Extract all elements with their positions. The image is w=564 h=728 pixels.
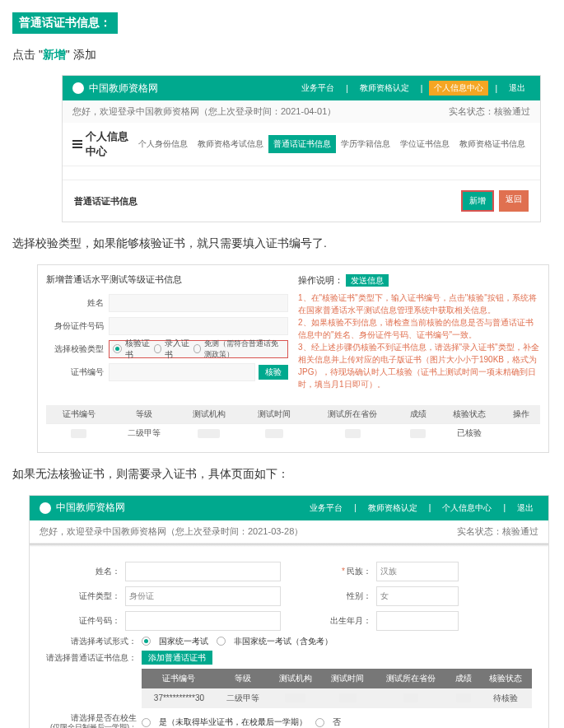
th-op: 操作	[502, 405, 540, 424]
nav-biz[interactable]: 业务平台	[296, 81, 339, 96]
label-cert-no: 证书编号	[46, 366, 109, 378]
label-name: 姓名：	[46, 566, 125, 577]
tabs: 个人身份信息 教师资格考试信息 普通话证书信息 学历学籍信息 学位证书信息 教师…	[133, 135, 530, 153]
td-level: 二级甲等	[217, 688, 269, 708]
label-in-school-sub: (仅限全日制最后一学期)：	[46, 723, 137, 728]
radio-enter-label: 录入证书	[165, 338, 190, 361]
form-title: 新增普通话水平测试等级证书信息	[46, 273, 288, 286]
radio-verify-label: 核验证书	[125, 338, 151, 361]
nav-personal[interactable]: 个人信息中心	[429, 81, 488, 96]
back-button[interactable]: 返回	[499, 190, 529, 212]
radio-no-label: 否	[333, 716, 341, 728]
text: 点击 "	[12, 48, 43, 61]
label-name: 姓名	[46, 297, 109, 309]
header-bar: 中国教师资格网 业务平台 | 教师资格认定 | 个人信息中心 | 退出	[63, 76, 540, 100]
cert-table-2: 证书编号 等级 测试机构 测试时间 测试所在省份 成绩 核验状态 37*****…	[142, 669, 532, 708]
td-status: 已核验	[437, 424, 502, 443]
label-cert-no: 证件号码：	[46, 615, 125, 627]
tab-exam[interactable]: 教师资格考试信息	[193, 135, 268, 153]
verify-type-box: 核验证书 录入证书 免测（需符合普通话免测政策）	[109, 340, 288, 358]
paragraph-1: 点击 "新增" 添加	[12, 45, 552, 63]
action-new: 新增	[43, 48, 66, 61]
select-cert-type[interactable]: 身份证	[125, 586, 281, 606]
table-row: 二级甲等 已核验	[46, 424, 540, 443]
label-nation: 民族：	[297, 566, 376, 577]
text: " 添加	[66, 48, 96, 61]
inst-2: 2、如果核验不到信息，请检查当前核验的信息是否与普通话证书信息中的"姓名、身份证…	[298, 316, 540, 341]
th-status: 核验状态	[437, 405, 502, 424]
radio-free[interactable]	[193, 344, 201, 353]
label-birth: 出生年月：	[297, 615, 376, 627]
welcome-text: 您好，欢迎登录中国教师资格网（您上次登录时间：2021-04-01）	[72, 105, 336, 118]
logo-icon	[40, 502, 51, 514]
realname-label: 实名状态：	[457, 526, 502, 536]
center-title: 个人信息中心	[86, 129, 133, 159]
panel-title: 普通话证书信息	[74, 195, 138, 208]
tab-cert[interactable]: 教师资格证书信息	[454, 135, 530, 153]
tab-education[interactable]: 学历学籍信息	[336, 135, 395, 153]
nav-auth[interactable]: 教师资格认定	[355, 81, 414, 96]
add-cert-button[interactable]: 添加普通话证书	[142, 651, 212, 665]
brand-text: 中国教师资格网	[89, 82, 158, 96]
inst-title: 操作说明：	[298, 275, 343, 285]
label-exam-form: 请选择考试形式：	[46, 636, 142, 647]
screenshot-1: 中国教师资格网 业务平台 | 教师资格认定 | 个人信息中心 | 退出 您好，欢…	[62, 75, 541, 222]
label-in-school: 请选择是否在校生	[46, 713, 137, 723]
nav-auth[interactable]: 教师资格认定	[363, 501, 422, 516]
input-cert-no[interactable]	[125, 611, 281, 631]
radio-no[interactable]	[315, 718, 324, 727]
realname-value: 核验通过	[502, 526, 538, 536]
th-cert-no: 证书编号	[142, 669, 217, 688]
send-info-button[interactable]: 发送信息	[346, 274, 389, 287]
radio-non-national[interactable]	[217, 637, 226, 646]
masked-data	[403, 693, 419, 702]
masked-data	[71, 429, 86, 438]
welcome-text: 您好，欢迎登录中国教师资格网（您上次登录时间：2021-03-28）	[40, 525, 303, 538]
radio-free-label: 免测（需符合普通话免测政策）	[204, 338, 284, 360]
realname-value: 核验通过	[494, 106, 530, 116]
th-time: 测试时间	[241, 405, 306, 424]
th-status: 核验状态	[479, 669, 532, 688]
th-level: 等级	[217, 669, 269, 688]
th-score: 成绩	[448, 669, 479, 688]
tab-identity[interactable]: 个人身份信息	[133, 135, 193, 153]
input-cert-no[interactable]	[109, 363, 255, 381]
tab-putonghua[interactable]: 普通话证书信息	[268, 135, 336, 153]
tab-degree[interactable]: 学位证书信息	[395, 135, 454, 153]
radio-national[interactable]	[142, 637, 151, 646]
radio-enter-cert[interactable]	[154, 344, 161, 353]
th-province: 测试所在省份	[374, 669, 447, 688]
new-button[interactable]: 新增	[461, 190, 494, 212]
inst-3: 3、经上述步骤仍核验不到证书信息，请选择"录入证书"类型，补全相关信息并上传对应…	[298, 341, 540, 390]
table-row[interactable]: 37**********30 二级甲等 待核验	[142, 688, 532, 708]
label-verify-type: 选择校验类型	[46, 343, 109, 355]
masked-data	[410, 429, 426, 438]
th-level: 等级	[111, 405, 176, 424]
nav-biz[interactable]: 业务平台	[305, 501, 347, 516]
radio-verify-cert[interactable]	[113, 344, 122, 353]
label-select-cert: 请选择普通话证书信息：	[46, 652, 142, 664]
brand-text: 中国教师资格网	[56, 501, 125, 515]
nav-logout[interactable]: 退出	[504, 81, 530, 96]
inst-1: 1、在"核验证书"类型下，输入证书编号，点击"核验"按钮，系统将在国家普通话水平…	[298, 292, 540, 316]
nav-personal[interactable]: 个人信息中心	[437, 501, 496, 516]
logo-icon	[72, 82, 84, 94]
th-score: 成绩	[399, 405, 437, 424]
screenshot-3: 中国教师资格网 业务平台 | 教师资格认定 | 个人信息中心 | 退出 您好，欢…	[29, 495, 549, 728]
radio-yes[interactable]	[142, 718, 151, 727]
masked-data	[456, 693, 472, 702]
select-nation[interactable]: 汉族	[376, 562, 459, 581]
input-birth[interactable]	[376, 611, 459, 631]
masked-data	[285, 693, 305, 702]
th-org: 测试机构	[176, 405, 241, 424]
input-name[interactable]	[125, 562, 281, 581]
select-gender[interactable]: 女	[376, 586, 459, 606]
label-gender: 性别：	[297, 590, 376, 602]
input-idcard[interactable]	[109, 317, 288, 335]
screenshot-2: 新增普通话水平测试等级证书信息 姓名 身份证件号码 选择校验类型 核验证书 录入…	[37, 264, 549, 454]
verify-button[interactable]: 核验	[259, 365, 288, 380]
cert-table-1: 证书编号 等级 测试机构 测试时间 测试所在省份 成绩 核验状态 操作 二级甲等…	[46, 405, 540, 442]
td-status: 待核验	[479, 688, 532, 708]
input-name[interactable]	[109, 294, 288, 312]
nav-logout[interactable]: 退出	[512, 501, 538, 516]
